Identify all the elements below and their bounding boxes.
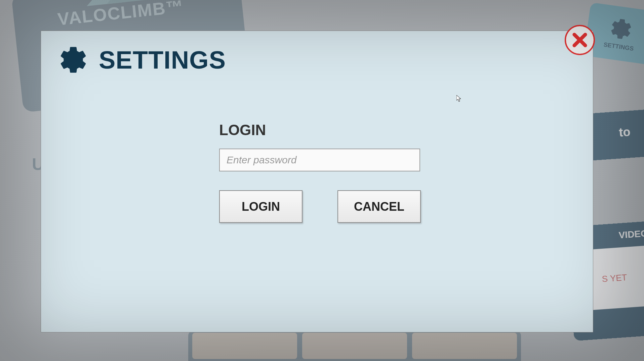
right-panel-1-text: to [618,125,631,139]
thumbnail [412,333,517,359]
thumbnail [192,333,297,359]
gear-icon [608,15,634,42]
close-icon [570,31,589,49]
login-section: LOGIN LOGIN CANCEL [219,122,421,223]
videos-text: S YET [602,272,628,284]
modal-title: SETTINGS [99,46,226,74]
modal-header: SETTINGS [41,31,593,85]
cancel-button[interactable]: CANCEL [337,190,421,223]
settings-label: SETTINGS [603,41,634,52]
login-button[interactable]: LOGIN [219,190,303,223]
close-button[interactable] [565,25,595,55]
svg-marker-1 [105,0,154,4]
mountain-logo-icon [71,0,167,11]
password-input[interactable] [219,149,420,171]
logo-text: VALOCLIMB™ [57,0,185,29]
login-label: LOGIN [219,122,421,138]
button-row: LOGIN CANCEL [219,190,421,223]
settings-modal: SETTINGS LOGIN LOGIN CANCEL [41,31,593,332]
bottom-thumbnails [188,331,521,361]
svg-marker-0 [85,0,127,6]
thumbnail [302,333,407,359]
gear-icon [58,44,89,75]
